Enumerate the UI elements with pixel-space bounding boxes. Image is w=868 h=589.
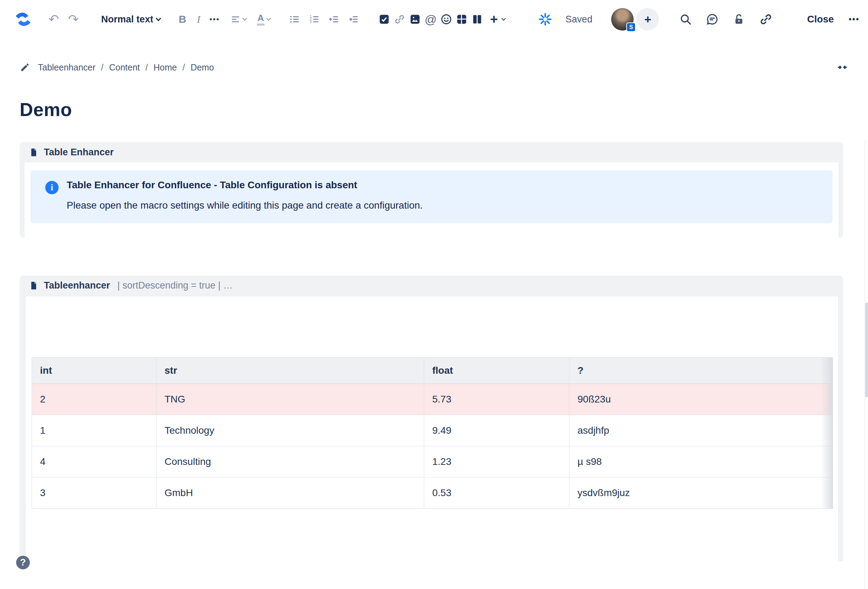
align-left-icon [230,14,241,25]
link-icon [394,13,406,25]
more-formatting-button[interactable]: ••• [210,15,220,24]
cell: 2 [32,384,156,415]
page-title[interactable]: Demo [20,99,868,120]
table-row: 4 Consulting 1.23 µ s98 [32,446,833,477]
cell: Consulting [156,446,424,477]
italic-button[interactable]: I [197,13,200,25]
help-button[interactable]: ? [15,555,31,570]
breadcrumb-separator: / [101,62,103,72]
numbered-list-icon: 1 2 3 [309,14,320,25]
macro-tableenhancer[interactable]: Tableenhancer | sortDescending = true | … [20,275,843,561]
cell: 1 [32,415,156,446]
cell: TNG [156,384,424,415]
table-row: 1 Technology 9.49 asdjhfp [32,415,833,446]
search-button[interactable] [679,13,692,26]
avatar-app-badge: S [626,22,636,32]
text-style-dropdown[interactable]: Normal text [101,14,160,25]
table-preview[interactable]: int str float ? 2 TNG 5.73 90ß23u 1 [32,357,833,509]
chevron-down-icon [266,16,271,21]
bullet-list-button[interactable] [289,14,300,25]
collapse-width-button[interactable] [836,61,848,73]
insert-image-button[interactable] [409,13,421,25]
cell: 4 [32,446,156,477]
copy-link-button[interactable] [759,13,772,26]
share-link-icon [759,13,772,26]
mention-button[interactable]: @ [425,13,437,26]
numbered-list-button[interactable]: 1 2 3 [309,14,320,25]
chevron-down-icon [501,16,506,21]
info-message: i Table Enhancer for Confluence - Table … [31,170,833,223]
macro-parameters: | sortDescending = true | … [118,280,233,291]
indent-icon [348,14,359,25]
cell: 3 [32,477,156,508]
insert-table-button[interactable] [456,13,468,25]
column-header-float: float [424,357,570,384]
data-table: int str float ? 2 TNG 5.73 90ß23u 1 [32,357,833,509]
more-menu-button[interactable]: ••• [849,15,859,24]
info-icon: i [45,181,59,194]
restrictions-button[interactable] [732,13,745,26]
edit-pencil-icon [20,62,30,72]
task-checkbox-icon [378,13,390,25]
macro-name: Table Enhancer [44,147,114,158]
table-row: 3 GmbH 0.53 ysdvßm9juz [32,477,833,508]
breadcrumb-item-home[interactable]: Home [154,62,177,72]
image-icon [409,13,421,25]
info-body: Please open the macro settings while edi… [66,199,423,212]
text-color-dropdown[interactable]: A [257,13,270,26]
document-icon [29,281,38,290]
macro-table-enhancer[interactable]: Table Enhancer i Table Enhancer for Conf… [20,142,843,238]
cell: Technology [156,415,424,446]
indent-button[interactable] [348,14,359,25]
outdent-button[interactable] [328,14,340,25]
emoji-button[interactable] [440,13,452,25]
cell: µ s98 [570,446,833,477]
layouts-button[interactable] [471,13,483,25]
redo-button[interactable]: ↷ [68,13,78,26]
breadcrumb-item-content[interactable]: Content [109,62,140,72]
unlock-icon [732,13,745,26]
invite-button[interactable]: + [636,8,659,31]
page-scrollbar-thumb[interactable] [865,303,868,397]
cell: 1.23 [424,446,570,477]
cell: ysdvßm9juz [570,477,833,508]
undo-button[interactable]: ↶ [49,13,59,26]
columns-layout-icon [471,13,483,25]
comments-button[interactable] [706,13,719,26]
macro-name: Tableenhancer [44,280,110,291]
macro-body: i Table Enhancer for Confluence - Table … [25,162,838,238]
svg-text:3: 3 [310,20,312,24]
column-header-misc: ? [570,357,833,384]
collapse-width-icon [836,61,848,73]
column-header-int: int [32,357,156,384]
action-item-button[interactable] [378,13,390,25]
text-style-label: Normal text [101,14,153,25]
macro-header[interactable]: Tableenhancer | sortDescending = true | … [20,275,843,296]
document-icon [29,147,38,157]
emoji-icon [440,13,452,25]
close-button[interactable]: Close [807,14,834,25]
breadcrumb: Tableenhancer / Content / Home / Demo [0,59,868,76]
confluence-logo-icon [14,11,32,28]
breadcrumb-separator: / [182,62,185,72]
cell: 90ß23u [570,384,833,415]
table-header-row: int str float ? [32,357,833,384]
macro-header[interactable]: Table Enhancer [20,142,843,162]
outdent-icon [328,14,340,25]
editor-toolbar: ↶ ↷ Normal text B I ••• A [0,0,868,38]
cell: 5.73 [424,384,570,415]
breadcrumb-item-space[interactable]: Tableenhancer [38,62,96,72]
cell: 0.53 [424,477,570,508]
info-title: Table Enhancer for Confluence - Table Co… [66,179,423,191]
bullet-list-icon [289,14,300,25]
cell: asdjhfp [570,415,833,446]
alignment-dropdown[interactable] [230,14,246,25]
insert-link-button[interactable] [394,13,406,25]
saving-spinner-icon [538,12,552,26]
chevron-down-icon [242,16,247,21]
user-avatar[interactable]: S [611,8,634,31]
column-header-str: str [156,357,424,384]
bold-button[interactable]: B [179,13,186,25]
breadcrumb-item-demo[interactable]: Demo [190,62,214,72]
insert-more-button[interactable]: + [490,12,498,27]
